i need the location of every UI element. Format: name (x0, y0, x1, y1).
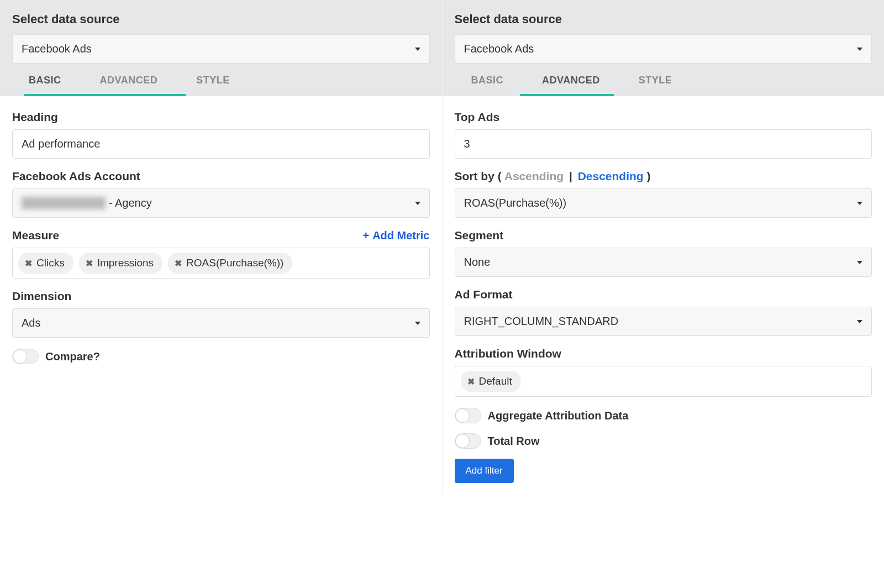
close-icon[interactable]: ✖ (86, 258, 93, 269)
sort-by-value: ROAS(Purchase(%)) (464, 197, 567, 209)
measure-chip[interactable]: ✖ ROAS(Purchase(%)) (168, 253, 292, 274)
attribution-window-label: Attribution Window (455, 347, 872, 360)
chevron-down-icon (415, 202, 420, 205)
segment-label: Segment (455, 229, 872, 242)
tabs-left: BASIC ADVANCED STYLE (12, 64, 430, 96)
sort-descending[interactable]: Descending (578, 170, 644, 182)
aggregate-label: Aggregate Attribution Data (488, 410, 629, 422)
sort-by-label: Sort by ( Ascending | Descending ) (455, 170, 872, 183)
plus-icon: + (362, 229, 369, 242)
chevron-down-icon (857, 48, 862, 51)
compare-toggle[interactable] (12, 349, 39, 364)
segment-value: None (464, 256, 491, 269)
chevron-down-icon (857, 202, 862, 205)
select-data-source-label: Select data source (12, 12, 430, 27)
field-ad-format: Ad Format RIGHT_COLUMN_STANDARD (455, 288, 872, 336)
attribution-chips[interactable]: ✖ Default (455, 366, 872, 397)
field-top-ads: Top Ads (455, 111, 872, 159)
panel-basic: Select data source Facebook Ads BASIC AD… (0, 0, 443, 494)
close-icon[interactable]: ✖ (467, 376, 475, 387)
ad-format-select[interactable]: RIGHT_COLUMN_STANDARD (455, 307, 872, 336)
tab-style[interactable]: STYLE (196, 75, 230, 96)
body-right: Top Ads Sort by ( Ascending | Descending… (443, 96, 885, 494)
data-source-value: Facebook Ads (464, 43, 534, 55)
compare-toggle-row: Compare? (12, 349, 430, 364)
data-source-select[interactable]: Facebook Ads (455, 34, 872, 64)
chip-label: Impressions (97, 257, 154, 269)
tabs-right: BASIC ADVANCED STYLE (455, 64, 872, 96)
close-icon[interactable]: ✖ (175, 258, 182, 269)
top-ads-label: Top Ads (455, 111, 872, 124)
select-data-source-label: Select data source (455, 12, 872, 27)
total-row-label: Total Row (488, 435, 540, 448)
ad-format-value: RIGHT_COLUMN_STANDARD (464, 315, 619, 328)
account-label: Facebook Ads Account (12, 170, 430, 183)
sort-ascending[interactable]: Ascending (504, 170, 564, 182)
total-row-toggle-row: Total Row (455, 433, 872, 449)
chevron-down-icon (415, 48, 420, 51)
close-icon[interactable]: ✖ (25, 258, 32, 269)
add-metric-label: Add Metric (372, 229, 429, 242)
chevron-down-icon (415, 322, 420, 325)
heading-input[interactable] (12, 129, 430, 159)
panels-container: Select data source Facebook Ads BASIC AD… (0, 0, 884, 494)
total-row-toggle[interactable] (455, 433, 481, 449)
tab-advanced[interactable]: ADVANCED (542, 75, 600, 96)
tab-basic[interactable]: BASIC (29, 75, 61, 96)
chevron-down-icon (857, 261, 862, 264)
top-ads-input[interactable] (455, 129, 872, 159)
redacted-text: XXXX XXXXXXX (22, 197, 106, 209)
dimension-label: Dimension (12, 290, 430, 303)
account-value: XXXX XXXXXXX - Agency (22, 197, 152, 209)
tab-underline (24, 94, 186, 96)
ad-format-label: Ad Format (455, 288, 872, 301)
header-band-left: Select data source Facebook Ads BASIC AD… (0, 0, 442, 96)
chip-label: Default (479, 375, 512, 387)
field-sort-by: Sort by ( Ascending | Descending ) ROAS(… (455, 170, 872, 218)
tab-underline (520, 94, 614, 96)
chip-label: Clicks (36, 257, 65, 269)
add-metric-button[interactable]: + Add Metric (362, 229, 429, 242)
field-attribution-window: Attribution Window ✖ Default (455, 347, 872, 397)
data-source-value: Facebook Ads (22, 43, 92, 55)
account-select[interactable]: XXXX XXXXXXX - Agency (12, 188, 430, 218)
field-account: Facebook Ads Account XXXX XXXXXXX - Agen… (12, 170, 430, 218)
segment-select[interactable]: None (455, 248, 872, 277)
data-source-select[interactable]: Facebook Ads (12, 34, 430, 64)
dimension-value: Ads (22, 317, 40, 329)
compare-label: Compare? (45, 350, 100, 363)
aggregate-toggle-row: Aggregate Attribution Data (455, 408, 872, 423)
chevron-down-icon (857, 320, 862, 323)
field-measure: Measure + Add Metric ✖ Clicks ✖ Impressi… (12, 229, 430, 279)
dimension-select[interactable]: Ads (12, 308, 430, 338)
measure-chip[interactable]: ✖ Clicks (18, 253, 73, 274)
field-heading: Heading (12, 111, 430, 159)
tab-advanced[interactable]: ADVANCED (100, 75, 158, 96)
field-segment: Segment None (455, 229, 872, 277)
chip-label: ROAS(Purchase(%)) (186, 257, 283, 269)
tab-basic[interactable]: BASIC (471, 75, 504, 96)
add-filter-button[interactable]: Add filter (455, 459, 514, 483)
aggregate-toggle[interactable] (455, 408, 481, 423)
body-left: Heading Facebook Ads Account XXXX XXXXXX… (0, 96, 442, 385)
measure-label: Measure (12, 229, 59, 242)
header-band-right: Select data source Facebook Ads BASIC AD… (443, 0, 885, 96)
attribution-chip[interactable]: ✖ Default (461, 371, 521, 392)
measure-chip[interactable]: ✖ Impressions (79, 253, 162, 274)
measure-chips[interactable]: ✖ Clicks ✖ Impressions ✖ ROAS(Purchase(%… (12, 248, 430, 279)
panel-advanced: Select data source Facebook Ads BASIC AD… (443, 0, 885, 494)
field-dimension: Dimension Ads (12, 290, 430, 338)
tab-style[interactable]: STYLE (639, 75, 672, 96)
heading-label: Heading (12, 111, 430, 124)
sort-by-select[interactable]: ROAS(Purchase(%)) (455, 188, 872, 218)
